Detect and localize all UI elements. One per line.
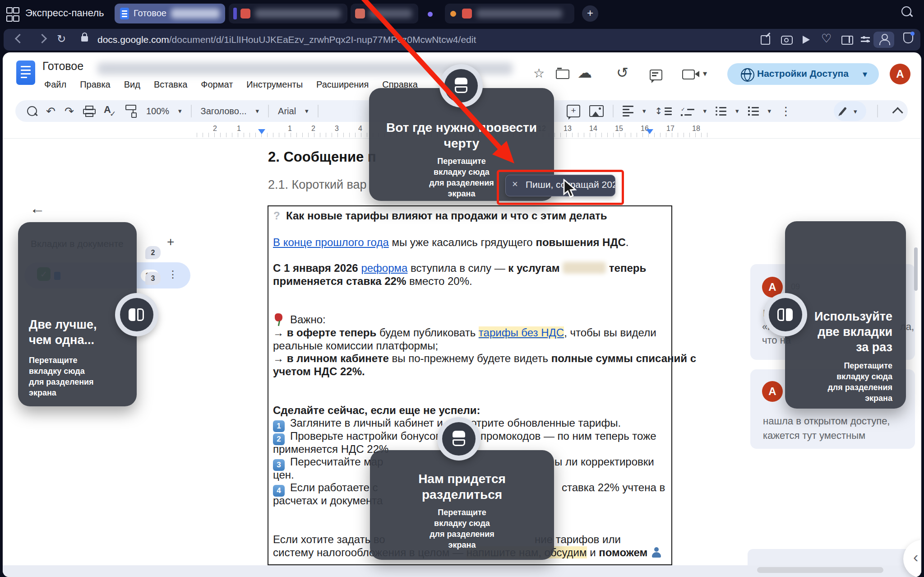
zoom-select[interactable]: 100%: [146, 106, 169, 116]
doc-subheading[interactable]: 2.1. Короткий вар: [268, 178, 367, 192]
doc-line-fragment[interactable]: ставка 22% учтена в: [562, 481, 665, 494]
document-title[interactable]: Готовое: [42, 60, 83, 73]
bullet-caret-icon[interactable]: ▾: [735, 107, 739, 115]
doc-line[interactable]: цен.: [273, 468, 294, 482]
comment-card-3-partial[interactable]: [748, 549, 911, 565]
doc-line[interactable]: расчетах и документа: [273, 494, 383, 507]
dragged-tab-chip[interactable]: × Пиши, сокращай 2025:: [505, 175, 615, 196]
bullet-list-icon[interactable]: [716, 107, 726, 116]
browser-tab-3[interactable]: [351, 4, 418, 23]
align-caret-icon[interactable]: ▾: [642, 107, 646, 115]
search-icon[interactable]: [901, 6, 911, 16]
reload-icon[interactable]: ↻: [57, 33, 66, 45]
close-tab-icon[interactable]: ×: [512, 178, 518, 190]
sidebar-back-icon[interactable]: ←: [30, 200, 45, 217]
browser-tab-2[interactable]: [229, 4, 347, 23]
insert-image-icon[interactable]: [589, 105, 604, 117]
doc-line[interactable]: → в личном кабинете вы по-прежнему будет…: [273, 352, 696, 365]
doc-line-fragment[interactable]: ы ли корректировки: [554, 455, 654, 469]
numbered-caret-icon[interactable]: ▾: [768, 107, 772, 115]
cloud-status-icon[interactable]: ☁: [578, 64, 592, 81]
split-screen-handle[interactable]: [115, 293, 158, 336]
sidebar-toggle-icon[interactable]: [841, 33, 854, 46]
share-edit-icon[interactable]: [760, 33, 772, 46]
font-caret-icon[interactable]: ▾: [305, 107, 309, 115]
history-icon[interactable]: ↺: [616, 64, 628, 81]
doc-line[interactable]: → в оферте теперь будем публиковать тари…: [273, 326, 656, 340]
search-menus-icon[interactable]: [27, 106, 37, 116]
numbered-list-icon[interactable]: [748, 107, 759, 116]
share-caret-icon[interactable]: ▾: [863, 69, 867, 79]
camera-icon[interactable]: [781, 33, 793, 46]
pinned-tab-dot[interactable]: [428, 12, 433, 17]
browser-tab-4[interactable]: [445, 4, 574, 23]
share-settings-button[interactable]: Настройки Доступа ▾: [727, 63, 879, 85]
doc-line[interactable]: В конце прошлого года мы уже касались гр…: [273, 236, 629, 249]
profile-button[interactable]: [873, 32, 894, 48]
right-indent-marker[interactable]: [646, 129, 653, 134]
tune-icon[interactable]: [860, 33, 873, 46]
browser-tab-active[interactable]: Готовое: [115, 4, 225, 23]
menu-edit[interactable]: Правка: [80, 79, 111, 90]
doc-link-highlight[interactable]: тарифы без НДС: [479, 326, 564, 339]
checklist-caret-icon[interactable]: ▾: [703, 107, 707, 115]
split-screen-handle[interactable]: [439, 64, 483, 107]
doc-line[interactable]: Важно:: [273, 313, 326, 326]
doc-line-fragment[interactable]: промокодов — по ним теперь тоже: [480, 429, 656, 443]
doc-line[interactable]: Если хотите задать во: [273, 533, 385, 546]
doc-line[interactable]: применяется ставка 22% вместо 20%.: [273, 275, 472, 288]
add-comment-icon[interactable]: +: [567, 105, 580, 117]
spellcheck-icon[interactable]: A✓: [104, 105, 116, 117]
menu-format[interactable]: Формат: [201, 79, 233, 90]
menu-tools[interactable]: Инструменты: [246, 79, 303, 90]
style-caret-icon[interactable]: ▾: [256, 107, 259, 115]
video-caret-icon[interactable]: ▾: [703, 69, 707, 78]
back-icon[interactable]: [15, 34, 24, 43]
tab1-more-icon[interactable]: ⋮: [168, 269, 178, 280]
doc-line[interactable]: ? Как новые тарифы влияют на продажи и ч…: [273, 209, 607, 223]
doc-link[interactable]: В конце прошлого года: [273, 236, 389, 248]
menu-extensions[interactable]: Расширения: [316, 79, 369, 90]
menu-file[interactable]: Файл: [44, 79, 66, 90]
doc-line[interactable]: Сделайте сейчас, если еще не успели:: [273, 404, 480, 417]
print-icon[interactable]: [83, 106, 95, 116]
font-select[interactable]: Arial: [278, 106, 296, 116]
heart-icon[interactable]: ♡: [821, 32, 834, 44]
speed-dial-grid-icon[interactable]: [6, 7, 18, 19]
paragraph-style-select[interactable]: Заголово...: [201, 106, 247, 116]
extension-shield-icon[interactable]: [903, 33, 913, 43]
menu-insert[interactable]: Вставка: [154, 79, 187, 90]
zoom-caret-icon[interactable]: ▾: [178, 107, 182, 115]
bottom-scrollbar-thumb[interactable]: [757, 567, 883, 573]
redo-icon[interactable]: ↷: [65, 106, 74, 117]
undo-icon[interactable]: ↶: [46, 106, 55, 117]
doc-line[interactable]: реальные комиссии платформы;: [273, 339, 438, 353]
line-spacing-icon[interactable]: ↕: [655, 106, 672, 116]
checklist-icon[interactable]: ✓: [681, 107, 694, 116]
collapse-toolbar-icon[interactable]: [892, 107, 903, 118]
paint-format-icon[interactable]: [125, 105, 137, 117]
align-icon[interactable]: [623, 106, 633, 116]
doc-line[interactable]: применяется НДС 22%: [273, 442, 388, 456]
doc-line[interactable]: учетом НДС 22%.: [273, 365, 365, 378]
split-screen-handle[interactable]: [764, 293, 807, 336]
editing-mode-button[interactable]: ▾: [834, 101, 866, 121]
sidebar-add-tab-icon[interactable]: +: [167, 235, 174, 249]
speed-dial-label[interactable]: Экспресс-панель: [25, 7, 104, 19]
new-tab-button[interactable]: +: [582, 5, 598, 22]
url-text[interactable]: docs.google.com/document/d/1iLlIHouUJKEa…: [97, 34, 476, 45]
comments-scrollbar[interactable]: [914, 247, 918, 291]
menu-view[interactable]: Вид: [124, 79, 140, 90]
account-avatar[interactable]: A: [890, 64, 910, 84]
doc-line[interactable]: С 1 января 2026 реформа вступила в силу …: [273, 261, 646, 275]
url-bar[interactable]: ↻ docs.google.com/document/d/1iLlIHouUJK…: [4, 29, 920, 51]
indent-marker[interactable]: [258, 129, 265, 134]
send-icon[interactable]: [801, 33, 814, 46]
star-icon[interactable]: ☆: [533, 66, 545, 81]
docs-document-icon[interactable]: [16, 60, 35, 85]
forward-icon[interactable]: [37, 34, 47, 43]
more-options-icon[interactable]: ⋮: [780, 105, 792, 117]
doc-heading[interactable]: 2. Сообщение п: [268, 149, 376, 165]
split-screen-handle[interactable]: [437, 417, 480, 461]
doc-link[interactable]: реформа: [361, 262, 407, 274]
